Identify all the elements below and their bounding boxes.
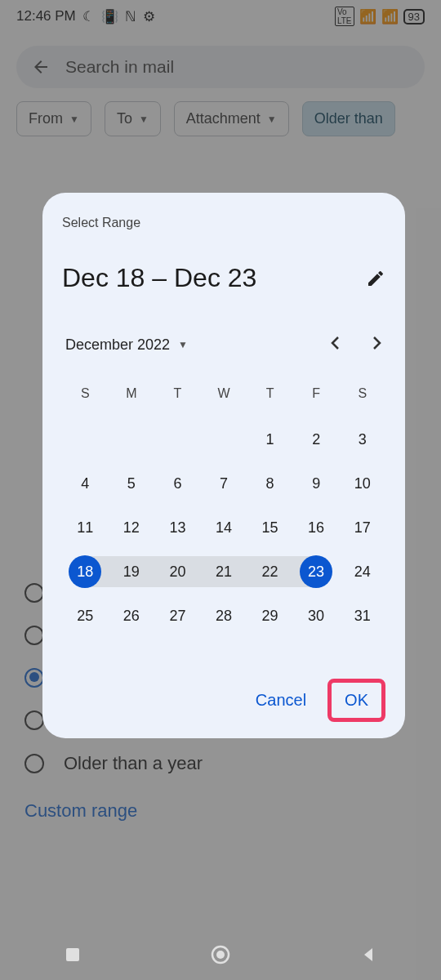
calendar-day bbox=[109, 417, 155, 461]
calendar-day[interactable]: 9 bbox=[293, 461, 340, 506]
dialog-title: Select Range bbox=[62, 216, 385, 230]
calendar-day[interactable]: 19 bbox=[109, 550, 155, 594]
calendar-day[interactable]: 6 bbox=[154, 461, 201, 506]
calendar-day[interactable]: 28 bbox=[201, 594, 247, 638]
home-button[interactable] bbox=[210, 944, 231, 969]
ok-button[interactable]: OK bbox=[333, 684, 380, 716]
chevron-down-icon: ▼ bbox=[178, 339, 188, 350]
calendar-day[interactable]: 10 bbox=[339, 461, 385, 506]
month-selector[interactable]: December 2022 ▼ bbox=[65, 336, 188, 354]
calendar-day[interactable]: 29 bbox=[247, 594, 293, 638]
calendar-day[interactable]: 13 bbox=[154, 506, 201, 550]
prev-month-button[interactable] bbox=[330, 334, 340, 355]
next-month-button[interactable] bbox=[372, 334, 382, 355]
svg-point-2 bbox=[216, 951, 225, 959]
day-of-week-header: T bbox=[154, 378, 201, 417]
calendar-day[interactable]: 1 bbox=[247, 417, 293, 461]
calendar-day[interactable]: 3 bbox=[339, 417, 385, 461]
date-range-dialog: Select Range Dec 18 – Dec 23 December 20… bbox=[42, 193, 405, 738]
calendar-day[interactable]: 17 bbox=[339, 506, 385, 550]
calendar-day[interactable]: 31 bbox=[339, 594, 385, 638]
calendar-day[interactable]: 11 bbox=[62, 506, 109, 550]
day-of-week-header: F bbox=[293, 378, 340, 417]
calendar-day[interactable]: 25 bbox=[62, 594, 109, 638]
ok-button-highlight: OK bbox=[327, 679, 385, 722]
calendar-grid: SMTWTFS 12345678910111213141516171819202… bbox=[62, 378, 385, 638]
calendar-day[interactable]: 8 bbox=[247, 461, 293, 506]
cancel-button[interactable]: Cancel bbox=[243, 683, 319, 718]
calendar-day[interactable]: 24 bbox=[339, 550, 385, 594]
edit-icon[interactable] bbox=[366, 269, 385, 288]
selected-range-text: Dec 18 – Dec 23 bbox=[62, 263, 256, 293]
calendar-day bbox=[201, 417, 247, 461]
calendar-day[interactable]: 16 bbox=[293, 506, 340, 550]
day-of-week-header: W bbox=[201, 378, 247, 417]
calendar-day[interactable]: 5 bbox=[109, 461, 155, 506]
recent-apps-button[interactable] bbox=[64, 946, 82, 967]
svg-rect-0 bbox=[66, 948, 79, 961]
calendar-day[interactable]: 4 bbox=[62, 461, 109, 506]
day-of-week-header: S bbox=[62, 378, 109, 417]
calendar-day bbox=[154, 417, 201, 461]
calendar-day[interactable]: 2 bbox=[293, 417, 340, 461]
calendar-day[interactable]: 27 bbox=[154, 594, 201, 638]
calendar-day[interactable]: 21 bbox=[201, 550, 247, 594]
calendar-day[interactable]: 30 bbox=[293, 594, 340, 638]
calendar-day[interactable]: 22 bbox=[247, 550, 293, 594]
calendar-day[interactable]: 15 bbox=[247, 506, 293, 550]
calendar-day bbox=[62, 417, 109, 461]
calendar-day[interactable]: 7 bbox=[201, 461, 247, 506]
calendar-day[interactable]: 14 bbox=[201, 506, 247, 550]
calendar-day[interactable]: 26 bbox=[109, 594, 155, 638]
month-label-text: December 2022 bbox=[65, 336, 170, 354]
system-nav-bar bbox=[0, 933, 441, 980]
day-of-week-header: S bbox=[339, 378, 385, 417]
day-of-week-header: T bbox=[247, 378, 293, 417]
day-of-week-header: M bbox=[109, 378, 155, 417]
calendar-day[interactable]: 18 bbox=[62, 550, 109, 594]
back-button[interactable] bbox=[359, 946, 377, 967]
calendar-day[interactable]: 12 bbox=[109, 506, 155, 550]
calendar-day[interactable]: 20 bbox=[154, 550, 201, 594]
calendar-day[interactable]: 23 bbox=[293, 550, 340, 594]
